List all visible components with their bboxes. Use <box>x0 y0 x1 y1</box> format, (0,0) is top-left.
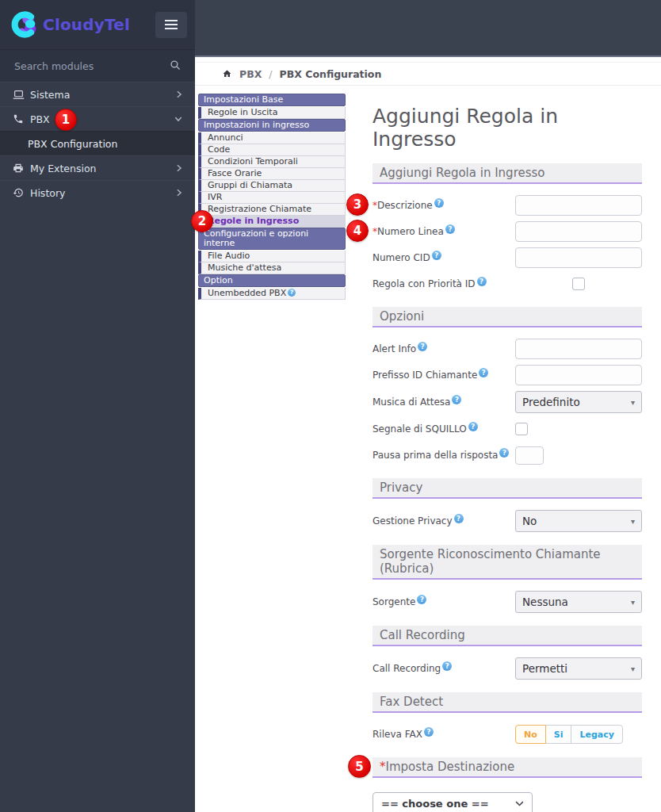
field-label: Call Recording? <box>373 663 515 674</box>
sidebar-item-my-extension[interactable]: My Extension <box>0 155 195 180</box>
laptop-icon <box>13 90 30 100</box>
menu-header: Option <box>198 274 346 287</box>
sorgente-select[interactable]: Nessuna▾ <box>515 591 642 613</box>
sidebar-item-pbx-configuration[interactable]: PBX Configuration <box>0 131 195 155</box>
gestione-privacy-select[interactable]: No▾ <box>515 510 642 532</box>
sidebar-item-label: Sistema <box>30 89 70 101</box>
help-icon[interactable]: ? <box>454 514 464 523</box>
search-icon[interactable] <box>170 59 181 73</box>
sidebar-item-sistema[interactable]: Sistema <box>0 82 195 106</box>
menu-item-regole-in-uscita[interactable]: Regole in Uscita <box>198 107 346 119</box>
sidebar-item-label: My Extension <box>30 163 97 174</box>
top-bar <box>195 0 661 57</box>
hamburger-icon <box>165 24 178 25</box>
menu-item-condizioni-temporali[interactable]: Condizioni Temporali <box>198 156 346 168</box>
annotation-badge-4: 4 <box>346 220 369 242</box>
main-area: PBX / PBX Configuration Impostazioni Bas… <box>195 0 661 812</box>
section-header-aggiungi-regola: Aggiungi Regola in Ingresso <box>373 163 642 184</box>
field-label: *Numero Linea? <box>373 226 515 237</box>
breadcrumb-separator: / <box>269 68 272 80</box>
form-row-descrizione: 3 *Descrizione? <box>373 195 642 216</box>
section-header-opzioni: Opzioni <box>373 307 642 327</box>
sidebar: CloudyTel Search modules Sistema <box>0 0 195 812</box>
help-icon[interactable]: ? <box>452 395 461 404</box>
pbx-config-menu: Impostazioni Base Regole in Uscita Impos… <box>198 94 346 300</box>
form-row-regola-priorita: Regola con Priorità ID? <box>373 274 642 294</box>
help-icon[interactable]: ? <box>442 661 452 671</box>
field-label: Regola con Priorità ID? <box>373 278 515 289</box>
descrizione-input[interactable] <box>515 195 642 216</box>
sidebar-item-history[interactable]: History <box>0 180 195 205</box>
pausa-risposta-input[interactable] <box>515 446 544 465</box>
menu-item-gruppi-di-chiamata[interactable]: Gruppi di Chiamata <box>198 180 346 192</box>
alert-info-input[interactable] <box>515 339 642 359</box>
menu-header: Impostazioni Base <box>198 94 346 106</box>
phone-icon <box>13 113 30 124</box>
form-row-numero-linea: 4 *Numero Linea? <box>373 221 642 242</box>
form-row-segnale-squillo: Segnale di SQUILLO? <box>373 419 642 439</box>
help-icon[interactable]: ? <box>499 448 509 458</box>
destination-select[interactable]: == choose one == <box>373 792 533 812</box>
fax-option-legacy[interactable]: Legacy <box>571 725 622 744</box>
menu-item-fasce-orarie[interactable]: Fasce Orarie <box>198 168 346 180</box>
select-chevron-icon <box>515 801 524 806</box>
menu-header: Configurazioni e opzioni interne <box>198 228 346 250</box>
field-label: Numero CID? <box>373 252 515 263</box>
breadcrumb-current-page: PBX Configuration <box>280 68 382 80</box>
sidebar-subitem-label: PBX Configuration <box>28 138 117 150</box>
menu-item-registrazione-chiamate[interactable]: Registrazione Chiamate <box>198 204 346 216</box>
help-icon[interactable]: ? <box>424 727 434 737</box>
fax-option-si[interactable]: Si <box>545 725 572 744</box>
form-row-prefisso-id: Prefisso ID Chiamante? <box>373 365 642 385</box>
menu-item-unembedded-pbx[interactable]: Unembedded PBX? <box>198 288 346 300</box>
select-caret-icon: ▾ <box>631 517 635 526</box>
form-row-pausa-risposta: Pausa prima della risposta? <box>373 445 642 465</box>
help-icon[interactable]: ? <box>434 198 444 208</box>
search-modules-input[interactable]: Search modules <box>0 49 195 82</box>
sidebar-item-pbx[interactable]: PBX 1 <box>0 106 195 131</box>
app-window: CloudyTel Search modules Sistema <box>0 0 661 812</box>
home-icon[interactable] <box>222 69 232 79</box>
help-icon[interactable]: ? <box>479 368 488 377</box>
menu-item-regole-in-ingresso[interactable]: Regole in Ingresso 2 <box>198 216 346 228</box>
page-title: Aggiungi Regola in Ingresso <box>373 105 642 151</box>
content-area: Impostazioni Base Regole in Uscita Impos… <box>195 86 661 812</box>
breadcrumb: PBX / PBX Configuration <box>195 62 661 86</box>
menu-item-ivr[interactable]: IVR <box>198 192 346 204</box>
help-icon[interactable]: ? <box>432 251 441 260</box>
form-row-rileva-fax: Rileva FAX? No Si Legacy <box>373 724 642 745</box>
regola-priorita-checkbox[interactable] <box>572 278 585 290</box>
help-icon[interactable]: ? <box>477 277 487 286</box>
help-icon[interactable]: ? <box>417 595 426 604</box>
help-icon[interactable]: ? <box>288 289 296 297</box>
segnale-squillo-checkbox[interactable] <box>515 423 528 435</box>
numero-linea-input[interactable] <box>515 221 642 242</box>
select-caret-icon: ▾ <box>631 598 635 607</box>
musica-di-attesa-select[interactable]: Predefinito▾ <box>515 391 642 413</box>
call-recording-select[interactable]: Permetti▾ <box>515 657 642 680</box>
menu-item-file-audio[interactable]: File Audio <box>198 251 346 262</box>
fax-option-no[interactable]: No <box>515 725 546 744</box>
form-row-numero-cid: Numero CID? <box>373 247 642 268</box>
prefisso-id-chiamante-input[interactable] <box>515 365 642 385</box>
field-label: Prefisso ID Chiamante? <box>373 370 515 381</box>
menu-item-annunci[interactable]: Annunci <box>198 132 346 144</box>
cloudytel-logo-icon <box>10 10 38 39</box>
sidebar-nav: Sistema PBX 1 PBX Configuration <box>0 82 195 812</box>
annotation-badge-2: 2 <box>191 210 213 232</box>
help-icon[interactable]: ? <box>445 224 455 234</box>
form-row-sorgente: Sorgente? Nessuna▾ <box>373 591 642 613</box>
menu-item-musiche-dattesa[interactable]: Musiche d'attesa <box>198 262 346 274</box>
fax-icon <box>13 163 30 174</box>
breadcrumb-section[interactable]: PBX <box>239 68 262 80</box>
numero-cid-input[interactable] <box>515 247 642 268</box>
menu-item-code[interactable]: Code <box>198 144 346 156</box>
field-label: Rileva FAX? <box>373 729 515 740</box>
hamburger-menu-button[interactable] <box>155 12 187 38</box>
section-header-sorgente: Sorgente Riconoscimento Chiamante (Rubri… <box>373 545 642 580</box>
annotation-badge-5: 5 <box>348 755 371 778</box>
help-icon[interactable]: ? <box>418 342 427 351</box>
logo-bar: CloudyTel <box>0 0 195 49</box>
field-label: Gestione Privacy? <box>373 515 515 527</box>
help-icon[interactable]: ? <box>468 422 478 431</box>
